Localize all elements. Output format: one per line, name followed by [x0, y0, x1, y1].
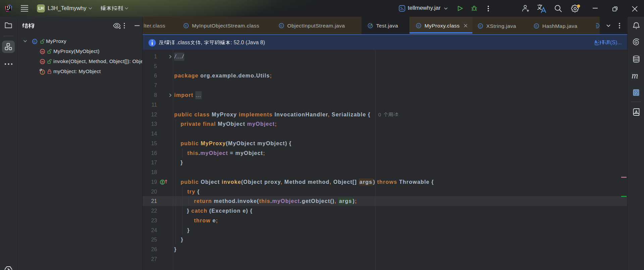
svg-text:C: C [34, 40, 36, 43]
svg-text:f: f [42, 70, 43, 74]
svg-text:m: m [41, 50, 44, 53]
svg-text:A: A [635, 110, 638, 114]
svg-text:m: m [41, 60, 44, 63]
